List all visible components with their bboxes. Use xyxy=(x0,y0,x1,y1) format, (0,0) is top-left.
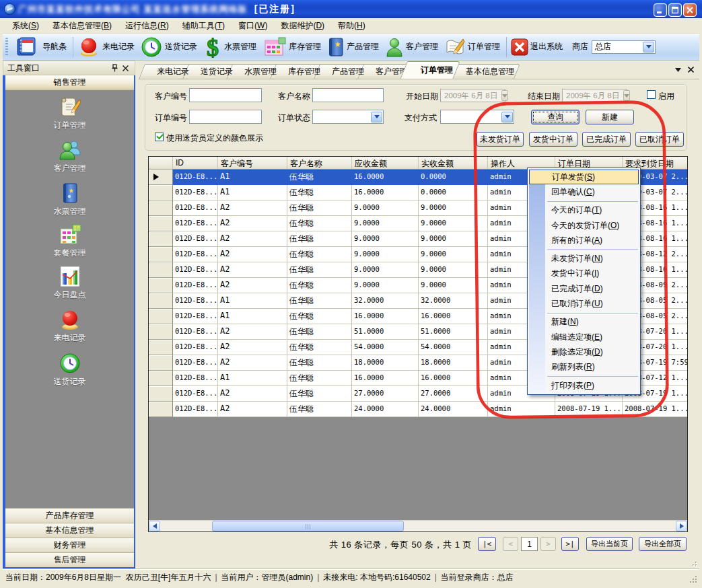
toolbar-grip[interactable] xyxy=(5,38,8,57)
start-date-picker[interactable]: 2009年 6月 8日 xyxy=(440,89,505,102)
sidebar-item-incoming-calls[interactable]: 来电记录 xyxy=(5,308,134,344)
toolbar-button-inventory[interactable]: 库存管理 xyxy=(260,35,325,59)
row-selector-cell[interactable] xyxy=(149,247,173,262)
toolbar-button-orders[interactable]: 订单管理 xyxy=(442,35,504,59)
enable-checkbox[interactable] xyxy=(647,90,656,99)
table-column-header[interactable]: 实收金额 xyxy=(419,157,488,169)
query-button[interactable]: 查询 xyxy=(531,110,580,124)
shop-select[interactable]: 总店 xyxy=(592,40,656,54)
context-menu-item[interactable]: 编辑选定项(E) xyxy=(528,330,639,344)
context-menu-item[interactable]: 刷新列表(R) xyxy=(528,360,639,375)
menu-item[interactable]: 系统(S) xyxy=(5,18,46,34)
filter-cancelled-orders-button[interactable]: 已取消订单 xyxy=(635,132,684,147)
sidebar-group-button[interactable]: 财务管理 xyxy=(5,538,134,552)
sidebar-item-customer-management[interactable]: 客户管理 xyxy=(5,139,134,174)
close-tool-window-icon[interactable] xyxy=(120,63,131,73)
sidebar-group-button[interactable]: 售后管理 xyxy=(5,552,134,567)
row-selector-cell[interactable] xyxy=(149,324,173,340)
maximize-button[interactable] xyxy=(668,3,682,17)
chevron-down-icon[interactable] xyxy=(643,42,654,52)
context-menu-item[interactable]: 未发货订单(N) xyxy=(528,251,639,266)
filter-shipping-orders-button[interactable]: 发货中订单 xyxy=(529,132,577,147)
export-current-page-button[interactable]: 导出当前页 xyxy=(586,537,633,551)
sidebar-item-delivery-records[interactable]: 送货记录 xyxy=(5,352,134,388)
context-menu-item[interactable]: 回单确认(C) xyxy=(528,184,639,199)
row-selector-cell[interactable] xyxy=(149,278,173,293)
sidebar-item-daily-inventory[interactable]: 今日盘点 xyxy=(5,265,134,301)
sidebar-group-button[interactable]: 基本信息管理 xyxy=(5,523,134,538)
context-menu-item[interactable]: 订单发货(S) xyxy=(529,170,639,184)
table-column-header[interactable]: 客户编号 xyxy=(218,157,287,169)
row-selector-cell[interactable] xyxy=(149,386,173,402)
next-page-button[interactable]: > xyxy=(540,537,556,551)
tab[interactable]: 订单管理 xyxy=(407,61,460,79)
row-selector-cell[interactable] xyxy=(149,293,173,309)
scrollbar-track[interactable] xyxy=(160,521,676,531)
export-all-pages-button[interactable]: 导出全部页 xyxy=(639,537,687,551)
context-menu-item[interactable]: 今天的订单(T) xyxy=(528,203,639,218)
sidebar-group-sales[interactable]: 销售管理 xyxy=(5,75,134,90)
prev-page-button[interactable]: < xyxy=(503,537,518,551)
row-selector-cell[interactable] xyxy=(149,402,173,417)
toolbar-button-products[interactable]: 产品管理 xyxy=(325,35,383,59)
row-selector-cell[interactable] xyxy=(149,371,173,386)
context-menu-item[interactable]: 今天的发货订单(O) xyxy=(528,218,639,233)
pay-way-select[interactable] xyxy=(440,110,514,124)
tab[interactable]: 库存管理 xyxy=(276,64,326,79)
order-state-select[interactable] xyxy=(312,110,384,124)
sidebar-item-water-ticket-management[interactable]: 水票管理 xyxy=(5,182,134,217)
tab[interactable]: 基本信息管理 xyxy=(454,64,520,79)
row-selector-cell[interactable] xyxy=(149,170,173,185)
toolbar-button-exit[interactable]: 退出系统 xyxy=(509,37,567,57)
table-column-header[interactable] xyxy=(149,157,173,169)
row-selector-cell[interactable] xyxy=(149,262,173,278)
context-menu-item[interactable]: 已取消订单(U) xyxy=(528,296,639,311)
tab[interactable]: 水票管理 xyxy=(232,64,283,79)
panel-resize-grip[interactable] xyxy=(690,559,698,567)
row-selector-cell[interactable] xyxy=(149,185,173,200)
delivery-color-checkbox[interactable] xyxy=(155,133,164,141)
toolbar-button-delivery-records[interactable]: 送货记录 xyxy=(139,35,201,59)
scrollbar-thumb[interactable] xyxy=(212,521,404,531)
tab[interactable]: 产品管理 xyxy=(320,64,370,79)
pin-icon[interactable] xyxy=(109,63,120,73)
last-page-button[interactable]: >| xyxy=(561,537,579,551)
close-button[interactable] xyxy=(683,3,697,17)
row-selector-cell[interactable] xyxy=(149,200,173,216)
end-date-picker[interactable]: 2009年 6月 8日 xyxy=(562,89,627,102)
chevron-down-icon[interactable] xyxy=(371,112,382,122)
context-menu-item[interactable]: 删除选定项(D) xyxy=(528,344,639,359)
customer-name-input[interactable] xyxy=(312,88,384,102)
tab[interactable]: 送货记录 xyxy=(188,64,239,79)
customer-no-input[interactable] xyxy=(189,88,262,102)
row-selector-cell[interactable] xyxy=(149,216,173,231)
minimize-button[interactable] xyxy=(654,3,667,17)
sidebar-item-order-management[interactable]: 订单管理 xyxy=(5,96,134,131)
context-menu-item[interactable]: 发货中订单(I) xyxy=(528,266,639,281)
menu-item[interactable]: 基本信息管理(B) xyxy=(46,18,118,34)
table-column-header[interactable]: ID xyxy=(173,157,218,169)
close-tab-icon[interactable] xyxy=(688,67,694,73)
context-menu-item[interactable]: 打印列表(P) xyxy=(528,378,639,393)
toolbar-button-incoming-calls[interactable]: 来电记录 xyxy=(75,35,139,59)
window-resize-grip[interactable] xyxy=(689,575,698,584)
sidebar-item-package-management[interactable]: 套餐管理 xyxy=(5,223,134,259)
page-number-input[interactable]: 1 xyxy=(521,537,538,551)
menu-item[interactable]: 辅助工具(T) xyxy=(176,18,232,34)
context-menu-item[interactable]: 所有的订单(A) xyxy=(528,233,639,248)
scroll-left-button[interactable] xyxy=(149,521,160,531)
scroll-right-button[interactable] xyxy=(676,521,687,531)
order-no-input[interactable] xyxy=(189,110,262,124)
row-selector-cell[interactable] xyxy=(149,231,173,247)
menu-item[interactable]: 窗口(W) xyxy=(232,18,274,34)
context-menu-item[interactable]: 已完成订单(D) xyxy=(528,281,639,296)
filter-unshipped-orders-button[interactable]: 未发货订单 xyxy=(477,132,524,147)
menu-item[interactable]: 帮助(H) xyxy=(331,18,372,34)
row-selector-cell[interactable] xyxy=(149,355,173,371)
table-column-header[interactable]: 客户名称 xyxy=(287,157,352,169)
row-selector-cell[interactable] xyxy=(149,309,173,324)
first-page-button[interactable]: |< xyxy=(478,537,496,551)
tab-list-dropdown-icon[interactable] xyxy=(675,68,681,72)
toolbar-button-navigator[interactable]: 导航条 xyxy=(11,35,71,59)
toolbar-button-water-tickets[interactable]: $ 水票管理 xyxy=(201,34,260,60)
